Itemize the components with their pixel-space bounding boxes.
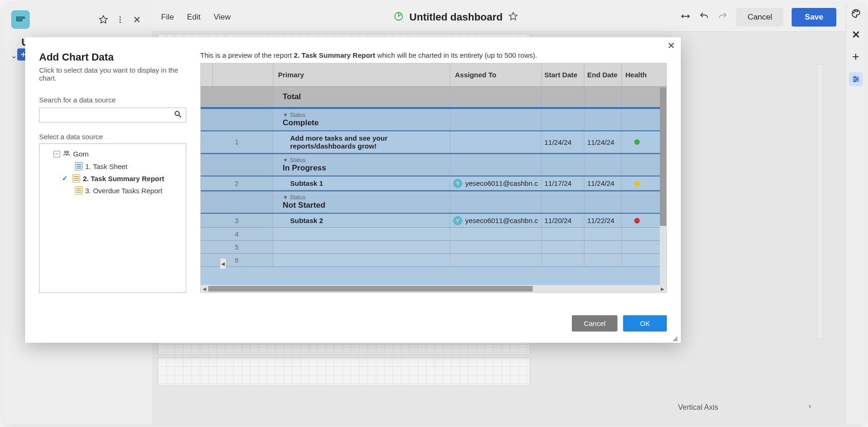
grid-total-row: Total <box>201 87 666 108</box>
workspace-icon <box>11 10 30 29</box>
check-icon: ✓ <box>62 174 68 183</box>
svg-point-18 <box>854 76 855 78</box>
search-icon[interactable] <box>174 110 182 120</box>
tree-item-overdue-tasks[interactable]: 3. Overdue Tasks Report <box>41 184 184 197</box>
column-end[interactable]: End Date <box>584 63 622 86</box>
preview-grid: Primary Assigned To Start Date End Date … <box>200 63 667 293</box>
svg-point-19 <box>856 78 857 80</box>
report-icon <box>75 186 82 195</box>
dashboard-icon <box>393 11 404 23</box>
menu-view[interactable]: View <box>214 13 231 22</box>
menu-file[interactable]: File <box>161 13 174 22</box>
panel-scrollbar-track <box>817 64 823 339</box>
grid-data-row[interactable]: 2Subtask 1Yyeseco6011@cashbn.com11/17/24… <box>201 176 666 190</box>
svg-line-22 <box>179 115 181 117</box>
search-input[interactable] <box>43 111 174 119</box>
people-icon <box>63 149 70 158</box>
svg-point-4 <box>120 19 121 20</box>
grid-data-row[interactable]: 1Add more tasks and see your reports/das… <box>201 131 666 153</box>
svg-marker-2 <box>100 16 108 23</box>
add-chart-data-modal: ✕ Add Chart Data Click to select data yo… <box>25 37 681 343</box>
right-rail: ✕ + <box>846 3 865 424</box>
tree-item-task-sheet[interactable]: 1. Task Sheet <box>41 160 184 172</box>
search-input-wrapper <box>39 108 186 122</box>
svg-point-12 <box>853 12 854 13</box>
tree-root[interactable]: − Gorn <box>41 148 184 160</box>
svg-rect-1 <box>17 20 22 21</box>
collapse-handle-icon[interactable]: ◀ <box>220 258 226 269</box>
modal-subtitle: Click to select data you want to display… <box>39 66 186 82</box>
save-button[interactable]: Save <box>792 8 836 27</box>
grid-empty-row: 6 <box>201 254 666 267</box>
tree-item-label: 2. Task Summary Report <box>83 175 164 183</box>
chevron-down-icon[interactable] <box>11 54 17 62</box>
palette-icon[interactable] <box>851 8 861 20</box>
close-panel-icon[interactable]: ✕ <box>852 29 860 41</box>
svg-marker-10 <box>509 12 517 20</box>
grid-group-header[interactable]: ▼ StatusIn Progress <box>201 153 666 176</box>
undo-icon[interactable] <box>699 11 709 23</box>
select-label: Select a data source <box>39 133 186 141</box>
document-title[interactable]: Untitled dashboard <box>409 11 502 23</box>
grid-vertical-scrollbar[interactable] <box>660 88 666 285</box>
svg-point-14 <box>856 11 857 12</box>
chevron-right-icon <box>807 403 813 412</box>
favorite-star-icon[interactable] <box>509 12 518 23</box>
collapse-icon[interactable]: − <box>54 151 60 157</box>
grid-data-row[interactable]: 3Subtask 2Yyeseco6011@cashbn.com11/20/24… <box>201 214 666 228</box>
grid-horizontal-scrollbar[interactable]: ◀ ▶ <box>201 285 666 292</box>
tree-item-task-summary[interactable]: ✓ 2. Task Summary Report <box>41 172 184 184</box>
data-source-tree: − Gorn 1. Task Sheet ✓ 2. Task Summary R… <box>39 143 186 293</box>
svg-point-3 <box>120 16 121 18</box>
modal-cancel-button[interactable]: Cancel <box>572 315 618 332</box>
svg-point-5 <box>120 21 121 23</box>
modal-close-icon[interactable]: ✕ <box>667 40 675 51</box>
sheet-icon <box>75 162 82 170</box>
grid-header-row: Primary Assigned To Start Date End Date … <box>201 63 666 87</box>
tree-item-label: 3. Overdue Tasks Report <box>85 187 163 195</box>
top-toolbar: File Edit View Untitled dashboard <box>152 3 846 32</box>
widget-placeholder-2[interactable] <box>157 358 530 386</box>
svg-point-23 <box>64 151 66 153</box>
vertical-axis-label: Vertical Axis <box>678 403 718 412</box>
tree-item-label: 1. Task Sheet <box>85 163 128 170</box>
star-icon[interactable] <box>97 13 110 26</box>
svg-point-20 <box>854 81 855 82</box>
search-label: Search for a data source <box>39 96 186 104</box>
modal-ok-button[interactable]: OK <box>623 315 667 332</box>
column-start[interactable]: Start Date <box>542 63 584 86</box>
tree-root-label: Gorn <box>73 150 88 158</box>
more-icon[interactable] <box>114 13 127 26</box>
close-sidebar-icon[interactable] <box>130 13 143 26</box>
vertical-axis-row[interactable]: Vertical Axis <box>673 399 818 416</box>
svg-point-13 <box>854 11 855 12</box>
expand-icon[interactable] <box>680 11 691 23</box>
add-widget-icon[interactable]: + <box>852 49 859 64</box>
svg-rect-0 <box>17 17 25 19</box>
column-assigned[interactable]: Assigned To <box>450 63 542 86</box>
svg-point-21 <box>175 111 179 115</box>
grid-group-header[interactable]: ▼ StatusComplete <box>201 108 666 131</box>
cancel-button[interactable]: Cancel <box>736 8 783 27</box>
menu-edit[interactable]: Edit <box>187 13 200 22</box>
grid-empty-row: 4 <box>201 228 666 241</box>
modal-title: Add Chart Data <box>39 51 186 63</box>
resize-grip-icon[interactable]: ◢ <box>672 334 679 341</box>
grid-group-header[interactable]: ▼ StatusNot Started <box>201 190 666 214</box>
redo-icon[interactable] <box>718 11 728 23</box>
report-icon <box>73 174 80 183</box>
preview-description: This is a preview of the report 2. Task … <box>200 51 667 59</box>
settings-sliders-icon[interactable] <box>849 72 863 86</box>
grid-empty-row: 5 <box>201 241 666 254</box>
svg-point-24 <box>67 151 69 153</box>
column-health[interactable]: Health <box>622 63 652 86</box>
column-primary[interactable]: Primary <box>273 63 450 86</box>
